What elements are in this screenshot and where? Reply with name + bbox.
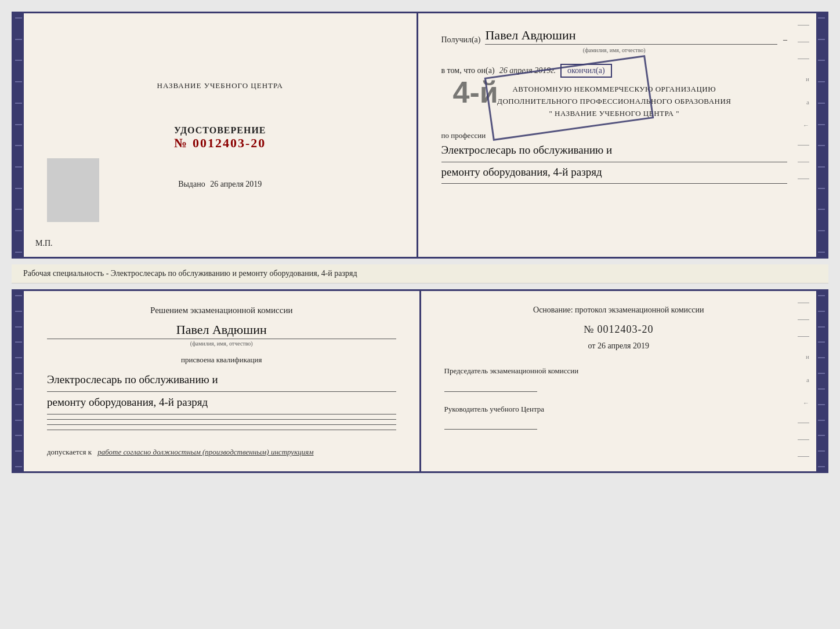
resheniem-title: Решением экзаменационной комиссии (47, 306, 396, 315)
right-edge-lines-bottom: и а ← (798, 303, 809, 457)
protocol-number: № 0012403-20 (444, 323, 794, 336)
rukovoditel-label: Руководитель учебного Центра (444, 403, 794, 415)
profession-bottom: Электрослесарь по обслуживанию и ремонту… (47, 369, 396, 415)
mp-label: М.П. (35, 239, 53, 248)
top-left-title: НАЗВАНИЕ УЧЕБНОГО ЦЕНТРА (157, 81, 283, 90)
cert-bottom: Решением экзаменационной комиссии Павел … (12, 289, 828, 473)
page-wrapper: НАЗВАНИЕ УЧЕБНОГО ЦЕНТРА УДОСТОВЕРЕНИЕ №… (12, 12, 828, 473)
dopuskaetsya-value: работе согласно должностным (производств… (97, 448, 313, 457)
rukovoditel-signature-line (444, 429, 537, 430)
ot-date: от 26 апреля 2019 (444, 341, 794, 351)
recipient-name-top: Павел Авдюшин (485, 28, 777, 45)
left-spine-bottom (13, 291, 24, 471)
udostoverenie-block: УДОСТОВЕРЕНИЕ № 0012403-20 (174, 125, 266, 151)
stamp-overlay: 4-й АВТОНОМНУЮ НЕКОММЕРЧЕСКУЮ ОРГАНИЗАЦИ… (441, 83, 788, 119)
cert-top: НАЗВАНИЕ УЧЕБНОГО ЦЕНТРА УДОСТОВЕРЕНИЕ №… (12, 12, 828, 259)
predsedatel-signature-line (444, 391, 537, 392)
poluchil-label: Получил(а) (441, 35, 481, 45)
left-spine (13, 13, 24, 257)
fio-small-top: (фамилия, имя, отчество) (441, 47, 788, 53)
cert-bottom-left: Решением экзаменационной комиссии Павел … (24, 291, 421, 471)
cert-number-top: № 0012403-20 (174, 136, 266, 151)
fio-small-bottom: (фамилия, имя, отчество) (47, 340, 396, 347)
predsedatel-label: Председатель экзаменационной комиссии (444, 365, 794, 377)
cert-bottom-right: Основание: протокол экзаменационной коми… (421, 291, 817, 471)
predsedatel-block: Председатель экзаменационной комиссии (444, 365, 794, 392)
right-spine-top (816, 13, 827, 257)
specialty-text: Рабочая специальность - Электрослесарь п… (12, 264, 828, 283)
dopuskaetsya-row: допускается к работе согласно должностны… (47, 448, 396, 457)
vydano-block: Выдано 26 апреля 2019 (178, 180, 262, 189)
cert-top-right: Получил(а) Павел Авдюшин – (фамилия, имя… (418, 13, 817, 257)
poluchil-row: Получил(а) Павел Авдюшин – (441, 28, 788, 45)
profession-top: Электрослесарь по обслуживанию и ремонту… (441, 140, 788, 183)
right-spine-bottom (816, 291, 827, 471)
rukovoditel-block: Руководитель учебного Центра (444, 403, 794, 430)
prisvoena-label: присвоена квалификация (47, 355, 396, 365)
udostoverenie-label: УДОСТОВЕРЕНИЕ (174, 125, 266, 136)
recipient-name-bottom: Павел Авдюшин (47, 322, 396, 339)
osnovaniye-label: Основание: протокол экзаменационной коми… (444, 306, 794, 315)
photo-placeholder (47, 158, 99, 222)
right-edge-lines-top: и а ← (798, 25, 809, 179)
cert-top-left: НАЗВАНИЕ УЧЕБНОГО ЦЕНТРА УДОСТОВЕРЕНИЕ №… (24, 13, 418, 257)
